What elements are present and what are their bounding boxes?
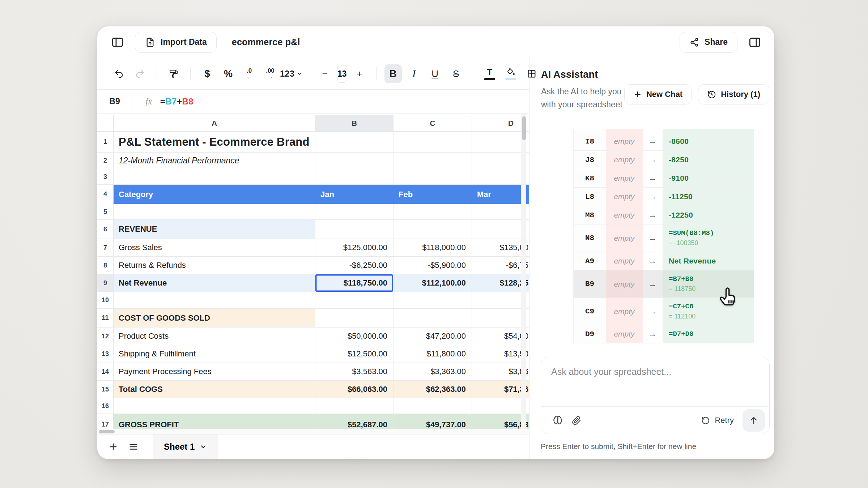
cell-B1[interactable] bbox=[315, 132, 393, 152]
diff-row-i8[interactable]: I8empty→-8600 bbox=[574, 132, 754, 151]
all-sheets-menu-button[interactable] bbox=[123, 437, 144, 457]
cell-B14[interactable]: $3,563.00 bbox=[315, 363, 393, 380]
cell-A11[interactable]: COST OF GOODS SOLD bbox=[114, 309, 315, 327]
percent-format-button[interactable]: % bbox=[220, 64, 237, 83]
chat-textarea[interactable] bbox=[541, 357, 769, 406]
underline-button[interactable]: U bbox=[426, 64, 444, 83]
send-message-button[interactable] bbox=[743, 409, 765, 432]
cell-C13[interactable]: $11,800.00 bbox=[393, 345, 472, 363]
history-button[interactable]: History (1) bbox=[698, 84, 769, 104]
row-header-11[interactable]: 11 bbox=[97, 309, 114, 327]
row-header-14[interactable]: 14 bbox=[97, 363, 114, 380]
diff-row-j8[interactable]: J8empty→-8250 bbox=[574, 151, 754, 169]
row-header-10[interactable]: 10 bbox=[97, 292, 114, 308]
cell-C15[interactable]: $62,363.00 bbox=[393, 381, 472, 398]
cell-C1[interactable] bbox=[393, 132, 472, 152]
cell-A15[interactable]: Total COGS bbox=[114, 381, 315, 398]
cell-B13[interactable]: $12,500.00 bbox=[315, 345, 393, 363]
share-button[interactable]: Share bbox=[680, 32, 737, 53]
attach-file-button[interactable] bbox=[567, 411, 586, 430]
diff-row-d9[interactable]: D9empty→=D7+D8 bbox=[574, 325, 754, 343]
cell-A16[interactable] bbox=[114, 398, 315, 414]
cell-A8[interactable]: Returns & Refunds bbox=[114, 257, 315, 274]
row-header-7[interactable]: 7 bbox=[97, 239, 114, 256]
row-header-12[interactable]: 12 bbox=[97, 328, 114, 345]
ai-model-button[interactable] bbox=[548, 411, 567, 430]
cell-B16[interactable] bbox=[315, 398, 393, 414]
horizontal-scrollbar-thumb[interactable] bbox=[99, 430, 115, 433]
cell-C17[interactable]: $49,737.00 bbox=[393, 414, 472, 429]
cell-A12[interactable]: Product Costs bbox=[114, 328, 315, 345]
cell-B9[interactable]: $118,750.00 bbox=[315, 274, 393, 292]
diff-row-c9[interactable]: C9empty→=C7+C8= 112100 bbox=[574, 298, 754, 325]
cell-C10[interactable] bbox=[393, 292, 472, 308]
cell-C4[interactable]: Feb bbox=[393, 185, 472, 204]
diff-row-b9[interactable]: B9empty→=B7+B8= 118750 bbox=[574, 270, 754, 298]
cell-B2[interactable] bbox=[315, 153, 393, 169]
decrease-font-size-button[interactable]: − bbox=[316, 64, 333, 83]
increase-decimal-button[interactable]: .00 → bbox=[261, 64, 279, 83]
decrease-decimal-button[interactable]: .0 ← bbox=[241, 64, 258, 83]
formula-input[interactable]: =B7+B8 bbox=[160, 97, 193, 107]
cell-C3[interactable] bbox=[393, 169, 472, 184]
increase-font-size-button[interactable]: + bbox=[351, 64, 368, 83]
strikethrough-button[interactable]: S bbox=[447, 64, 465, 83]
format-painter-button[interactable] bbox=[165, 64, 182, 83]
row-header-3[interactable]: 3 bbox=[97, 169, 114, 184]
vertical-scrollbar-thumb[interactable] bbox=[522, 116, 526, 140]
new-chat-button[interactable]: New Chat bbox=[624, 84, 692, 104]
add-sheet-button[interactable] bbox=[103, 437, 123, 457]
row-header-9[interactable]: 9 bbox=[97, 274, 114, 292]
cell-A3[interactable] bbox=[114, 169, 315, 184]
diff-row-m8[interactable]: M8empty→-12250 bbox=[574, 206, 754, 224]
cell-B12[interactable]: $50,000.00 bbox=[315, 328, 393, 345]
row-header-17[interactable]: 17 bbox=[97, 414, 114, 429]
cell-reference-box[interactable]: B9 bbox=[97, 97, 132, 106]
cell-C11[interactable] bbox=[393, 309, 472, 327]
cell-B3[interactable] bbox=[315, 169, 393, 184]
cell-A2[interactable]: 12-Month Financial Performance bbox=[114, 153, 315, 169]
diff-row-k8[interactable]: K8empty→-9100 bbox=[574, 169, 754, 188]
cell-A6[interactable]: REVENUE bbox=[114, 220, 315, 239]
cell-C6[interactable] bbox=[393, 220, 472, 239]
retry-button[interactable]: Retry bbox=[701, 416, 734, 425]
cell-B17[interactable]: $52,687.00 bbox=[315, 414, 393, 429]
row-header-5[interactable]: 5 bbox=[97, 204, 114, 219]
row-header-13[interactable]: 13 bbox=[97, 345, 114, 363]
cell-B6[interactable] bbox=[315, 220, 393, 239]
row-header-2[interactable]: 2 bbox=[97, 153, 114, 169]
ai-diff-scroll-area[interactable]: I8empty→-8600J8empty→-8250K8empty→-9100L… bbox=[529, 129, 774, 347]
diff-row-n8[interactable]: N8empty→=SUM(B8:M8)= -100350 bbox=[574, 224, 754, 252]
cell-B7[interactable]: $125,000.00 bbox=[315, 239, 393, 256]
row-header-1[interactable]: 1 bbox=[97, 132, 114, 152]
cell-C8[interactable]: -$5,900.00 bbox=[393, 257, 472, 274]
cell-C5[interactable] bbox=[393, 204, 472, 219]
column-header-b[interactable]: B bbox=[315, 115, 393, 131]
select-all-corner[interactable] bbox=[97, 115, 114, 131]
bold-button[interactable]: B bbox=[384, 64, 402, 83]
column-header-a[interactable]: A bbox=[114, 115, 315, 131]
cell-B15[interactable]: $66,063.00 bbox=[315, 381, 393, 398]
italic-button[interactable]: I bbox=[405, 64, 423, 83]
cell-C12[interactable]: $47,200.00 bbox=[393, 328, 472, 345]
cell-A10[interactable] bbox=[114, 292, 315, 308]
diff-row-a9[interactable]: A9empty→Net Revenue bbox=[574, 252, 754, 270]
row-header-6[interactable]: 6 bbox=[97, 220, 114, 239]
cell-B11[interactable] bbox=[315, 309, 393, 327]
cell-A5[interactable] bbox=[114, 204, 315, 219]
row-header-16[interactable]: 16 bbox=[97, 398, 114, 414]
cell-A4[interactable]: Category bbox=[114, 185, 315, 204]
cell-A13[interactable]: Shipping & Fulfillment bbox=[114, 345, 315, 363]
import-data-button[interactable]: Import Data bbox=[135, 32, 217, 53]
sheet-tab[interactable]: Sheet 1 bbox=[153, 435, 218, 459]
diff-row-l8[interactable]: L8empty→-11250 bbox=[574, 188, 754, 206]
cell-A1[interactable]: P&L Statement - Ecommerce Brand bbox=[114, 132, 315, 152]
cell-A17[interactable]: GROSS PROFIT bbox=[114, 414, 315, 429]
column-header-c[interactable]: C bbox=[393, 115, 472, 131]
font-size-input[interactable]: 13 bbox=[337, 65, 347, 83]
cell-C9[interactable]: $112,100.00 bbox=[393, 274, 472, 292]
currency-format-button[interactable]: $ bbox=[199, 64, 216, 83]
redo-button[interactable] bbox=[131, 64, 149, 83]
left-sidebar-toggle-button[interactable] bbox=[110, 34, 125, 50]
cell-A9[interactable]: Net Revenue bbox=[114, 274, 315, 292]
